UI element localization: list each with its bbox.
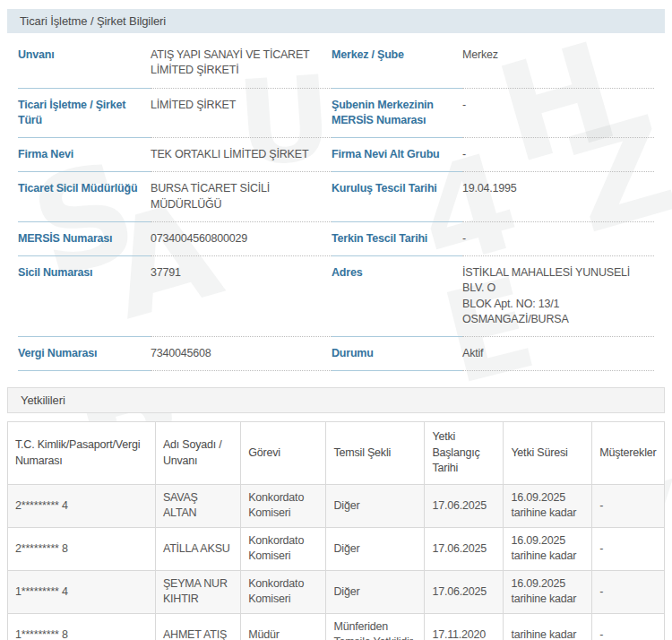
table-cell: - [592, 484, 665, 527]
page: SAUHZ4E.BRgETRY Ticari İşletme / Şirket … [0, 0, 672, 640]
info-value: BURSA TİCARET SİCİLİ MÜDÜRLÜĞÜ [151, 172, 332, 222]
info-value: Aktif [462, 337, 654, 371]
officials-column-header: Adı Soyadı / Unvanı [155, 422, 240, 485]
table-cell: SAVAŞ ALTAN [155, 484, 240, 527]
info-row: Ticaret Sicil MüdürlüğüBURSA TİCARET SİC… [18, 172, 654, 222]
table-cell: Diğer [326, 484, 425, 527]
info-value: - [462, 222, 654, 256]
officials-table: T.C. Kimlik/Pasaport/Vergi NumarasıAdı S… [7, 421, 665, 640]
table-cell: Konkordato Komiseri [241, 570, 326, 613]
info-label: Firma Nevi [18, 138, 151, 172]
info-row: MERSİS Numarası0734004560800029Terkin Te… [18, 222, 654, 256]
info-label: Sicil Numarası [18, 256, 151, 337]
info-value: 7340045608 [151, 337, 332, 371]
info-value: ATIŞ YAPI SANAYİ VE TİCARET LİMİTED ŞİRK… [151, 39, 332, 89]
info-label: Ticaret Sicil Müdürlüğü [18, 172, 151, 222]
table-cell: - [592, 613, 665, 640]
info-value: LİMİTED ŞİRKET [151, 89, 332, 139]
info-value: 37791 [151, 256, 332, 337]
table-cell: 17.06.2025 [425, 527, 504, 570]
info-label: Terkin Tescil Tarihi [332, 222, 462, 256]
info-value: Merkez [462, 39, 654, 89]
table-row: 1********* 4ŞEYMA NUR KIHTIRKonkordato K… [8, 570, 665, 613]
company-info-panel: Ticari İşletme / Şirket Bilgileri Unvanı… [7, 9, 665, 371]
table-cell: Diğer [326, 527, 425, 570]
info-value: İSTİKLAL MAHALLESİ YUNUSELİ BLV. O BLOK … [462, 256, 654, 337]
info-value: 19.04.1995 [462, 172, 654, 222]
table-cell: 17.06.2025 [425, 570, 504, 613]
info-row: UnvanıATIŞ YAPI SANAYİ VE TİCARET LİMİTE… [18, 39, 654, 89]
table-row: 2********* 4SAVAŞ ALTANKonkordato Komise… [8, 484, 665, 527]
officials-table-head: T.C. Kimlik/Pasaport/Vergi NumarasıAdı S… [8, 422, 665, 485]
table-row: 2********* 8ATİLLA AKSUKonkordato Komise… [8, 527, 665, 570]
officials-column-header: Yetki Süresi [504, 422, 592, 485]
info-value: - [462, 138, 654, 172]
officials-column-header: Yetki Başlangıç Tarihi [425, 422, 504, 485]
info-row: Sicil Numarası37791AdresİSTİKLAL MAHALLE… [18, 256, 654, 337]
officials-header-row: T.C. Kimlik/Pasaport/Vergi NumarasıAdı S… [8, 422, 665, 485]
info-label: MERSİS Numarası [18, 222, 151, 256]
table-cell: Konkordato Komiseri [241, 484, 326, 527]
info-row: Firma NeviTEK ORTAKLI LİMİTED ŞİRKETFirm… [18, 138, 654, 172]
officials-table-body: 2********* 4SAVAŞ ALTANKonkordato Komise… [8, 484, 665, 640]
table-row: 1********* 8AHMET ATIŞMüdürMünferiden Te… [8, 613, 665, 640]
content: Ticari İşletme / Şirket Bilgileri Unvanı… [0, 0, 672, 640]
info-label: Ticari İşletme / Şirket Türü [18, 89, 151, 139]
table-cell: Müdür [241, 613, 326, 640]
info-value: 0734004560800029 [151, 222, 332, 256]
info-label: Merkez / Şube [332, 39, 462, 89]
info-label: Durumu [332, 337, 462, 371]
table-cell: 1********* 4 [8, 570, 156, 613]
table-cell: AHMET ATIŞ [155, 613, 240, 640]
officials-column-header: Müşterekler [592, 422, 665, 485]
info-label: Unvanı [18, 39, 151, 89]
info-label: Şubenin Merkezinin MERSİS Numarası [332, 89, 462, 139]
info-label: Adres [332, 256, 462, 337]
table-cell: 2********* 4 [8, 484, 156, 527]
officials-heading: Yetkilileri [7, 387, 665, 413]
company-info-grid: UnvanıATIŞ YAPI SANAYİ VE TİCARET LİMİTE… [7, 33, 665, 371]
table-cell: Münferiden Temsile Yetkilidir. [326, 613, 425, 640]
table-cell: - [592, 527, 665, 570]
table-cell: 16.09.2025 tarihine kadar [504, 527, 592, 570]
info-value: TEK ORTAKLI LİMİTED ŞİRKET [151, 138, 332, 172]
table-cell: 16.09.2025 tarihine kadar [504, 484, 592, 527]
officials-column-header: Temsil Şekli [326, 422, 425, 485]
table-cell: 2********* 8 [8, 527, 156, 570]
table-cell: - [592, 570, 665, 613]
table-cell: tarihine kadar [504, 613, 592, 640]
info-label: Vergi Numarası [18, 337, 151, 371]
table-cell: ŞEYMA NUR KIHTIR [155, 570, 240, 613]
officials-column-header: Görevi [241, 422, 326, 485]
table-cell: Konkordato Komiseri [241, 527, 326, 570]
info-value: - [462, 89, 654, 139]
company-info-heading: Ticari İşletme / Şirket Bilgileri [7, 9, 665, 33]
info-row: Ticari İşletme / Şirket TürüLİMİTED ŞİRK… [18, 89, 654, 139]
officials-panel: Yetkilileri T.C. Kimlik/Pasaport/Vergi N… [7, 387, 665, 640]
table-cell: 17.11.2020 [425, 613, 504, 640]
info-label: Kuruluş Tescil Tarihi [332, 172, 462, 222]
table-cell: 1********* 8 [8, 613, 156, 640]
info-row: Vergi Numarası7340045608DurumuAktif [18, 337, 654, 371]
info-label: Firma Nevi Alt Grubu [332, 138, 462, 172]
table-cell: Diğer [326, 570, 425, 613]
officials-column-header: T.C. Kimlik/Pasaport/Vergi Numarası [8, 422, 156, 485]
table-cell: 17.06.2025 [425, 484, 504, 527]
table-cell: ATİLLA AKSU [155, 527, 240, 570]
table-cell: 16.09.2025 tarihine kadar [504, 570, 592, 613]
